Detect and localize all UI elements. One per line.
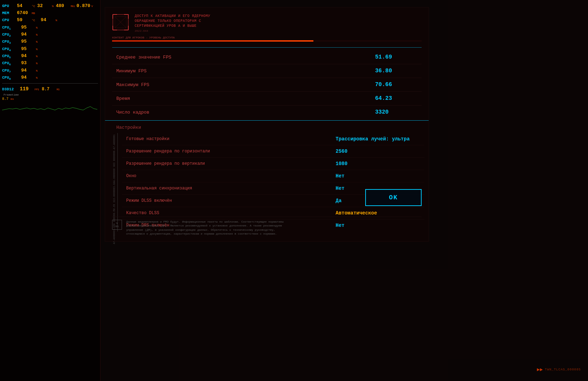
stat-row-min-fps: Минимум FPS 36.80	[112, 64, 422, 78]
setting-value-preset: Трассировка лучей: ультра	[336, 136, 420, 142]
gpu-temp-value: 54	[17, 3, 32, 9]
cpu7-label: CPU7	[2, 68, 17, 74]
header-icon	[112, 14, 129, 31]
setting-label-dlss-quality: Качество DLSS	[126, 211, 336, 216]
stat-row-avg-fps: Среднее значение FPS 51.69	[112, 50, 422, 64]
setting-value-window: Нет	[336, 173, 420, 179]
watermark: ►► TWN_TLCAS_000085	[537, 367, 581, 373]
setting-value-dlss-quality: Автоматическое	[336, 210, 420, 216]
hw-monitor-sidebar: GPU 54 °C 32 % 480 MHz 0.870 V MEM 6740 …	[0, 0, 100, 381]
progress-bar-bg	[112, 40, 422, 42]
top-divider	[112, 47, 422, 48]
setting-label-res-v: Разрешение рендера по вертикали	[126, 161, 336, 166]
setting-label-vsync: Вертикальная синхронизация	[126, 186, 336, 191]
cpu6-row: CPU6 93 %	[2, 60, 98, 66]
dialog-container: ДОСТУП К АКТИВАЦИИ И ЕГО ЯДЕРНОМУ ОБРАЩЕ…	[105, 7, 429, 242]
frametime-label: Frametime	[4, 93, 98, 96]
cpu1-row: CPU1 95 %	[2, 24, 98, 31]
stat-label-time: Время	[116, 96, 375, 101]
stat-label-frames: Число кадров	[116, 110, 375, 115]
footer-section: V85 Данные медиаплееров и РМЭ будут. Инф…	[112, 217, 422, 236]
cpu2-value: 94	[21, 31, 36, 38]
stat-value-min-fps: 36.80	[375, 68, 417, 74]
dialog-header: ДОСТУП К АКТИВАЦИИ И ЕГО ЯДЕРНОМУ ОБРАЩЕ…	[105, 7, 429, 36]
stat-value-max-fps: 70.66	[375, 81, 417, 88]
setting-value-res-v: 1080	[336, 161, 420, 167]
gpu-volt-value: 0.870	[76, 3, 91, 9]
main-panel: ДОСТУП К АКТИВАЦИИ И ЕГО ЯДЕРНОМУ ОБРАЩЕ…	[100, 0, 588, 381]
setting-label-dlss-mode: Режим DLSS включён	[126, 198, 336, 203]
setting-row-window: Окно Нет	[122, 170, 424, 182]
cpu-label: CPU	[2, 18, 17, 23]
gpu-clock-value: 480	[56, 3, 71, 9]
frametime-unit: ms	[11, 97, 14, 101]
frametime-row: 8.7 ms	[2, 97, 98, 101]
d3d-label: D3D12	[2, 87, 20, 92]
cpu3-label: CPU3	[2, 39, 17, 45]
stat-row-max-fps: Максимум FPS 70.66	[112, 78, 422, 92]
frametime-value: 8.7	[2, 97, 8, 101]
watermark-arrow-icon: ►►	[537, 367, 543, 373]
stat-label-avg-fps: Среднее значение FPS	[116, 55, 375, 60]
settings-section-header: Настройки	[105, 120, 429, 133]
header-date: 2022-044	[135, 29, 422, 32]
setting-label-window: Окно	[126, 174, 336, 179]
gpu-row: GPU 54 °C 32 % 480 MHz 0.870 V	[2, 3, 98, 9]
cpu-load-value: 94	[41, 17, 56, 23]
cpu-temp-value: 59	[17, 17, 32, 23]
cpu6-value: 93	[21, 60, 36, 66]
cpu4-row: CPU4 95 %	[2, 46, 98, 52]
cpu6-label: CPU6	[2, 61, 17, 66]
cpu2-row: CPU2 94 %	[2, 31, 98, 38]
progress-container: КОНТЕНТ ДЛЯ ИГРОКОВ - УРОВЕНЬ ДОСТУПА	[105, 36, 429, 44]
header-title-line2: ОБРАЩЕНИЕ ТОЛЬКО ОПЕРАТОРАМ С	[135, 19, 422, 24]
setting-row-res-h: Разрешение рендера по горизонтали 2560	[122, 145, 424, 158]
stats-table: Среднее значение FPS 51.69 Минимум FPS 3…	[105, 50, 429, 119]
gpu-label: GPU	[2, 4, 17, 9]
setting-row-preset: Готовые настройки Трассировка лучей: уль…	[122, 133, 424, 145]
cpu7-row: CPU7 94 %	[2, 67, 98, 74]
setting-label-res-h: Разрешение рендера по горизонтали	[126, 149, 336, 154]
cpu-row: CPU 59 °C 94 %	[2, 17, 98, 23]
progress-bar-fill	[112, 40, 313, 42]
mem-unit: MB	[32, 11, 35, 15]
stat-value-frames: 3320	[375, 109, 417, 115]
d3d-ft-value: 8.7	[42, 86, 57, 92]
stat-row-time: Время 64.23	[112, 92, 422, 105]
gpu-clock-unit: MHz	[71, 5, 75, 8]
wavy-graph	[2, 104, 97, 112]
gpu-temp-unit: °C	[32, 4, 35, 8]
cpu8-label: CPU8	[2, 75, 17, 81]
header-title-line3: СЕРТИФИКАЦИЕЙ УРОВ А И ВЫШЕ	[135, 24, 422, 29]
stat-value-time: 64.23	[375, 95, 417, 102]
gpu-load-value: 32	[37, 3, 52, 9]
ok-button[interactable]: OK	[365, 189, 422, 206]
footer-version-icon: V85	[112, 220, 122, 230]
cpu3-row: CPU3 95 %	[2, 38, 98, 45]
setting-value-res-h: 2560	[336, 149, 420, 154]
footer-icon-text: V85	[115, 222, 119, 228]
d3d-fps-unit: FPS	[35, 88, 39, 92]
d3d-fps-value: 119	[20, 86, 35, 93]
cpu8-row: CPU8 94 %	[2, 74, 98, 81]
cpu8-value: 94	[21, 74, 36, 81]
gpu-volt-unit: V	[91, 4, 93, 8]
cpu5-label: CPU5	[2, 54, 17, 59]
cpu1-value: 95	[21, 24, 36, 31]
watermark-text: TWN_TLCAS_000085	[545, 368, 581, 371]
mem-label: MEM	[2, 11, 17, 16]
warning-icon	[112, 14, 129, 31]
settings-title: Настройки	[116, 125, 141, 130]
setting-row-res-v: Разрешение рендера по вертикали 1080	[122, 158, 424, 170]
stat-label-min-fps: Минимум FPS	[116, 68, 375, 74]
cpu-temp-unit: °C	[32, 18, 35, 22]
cpu-load-unit: %	[56, 18, 57, 22]
stat-label-max-fps: Максимум FPS	[116, 82, 375, 87]
progress-label: КОНТЕНТ ДЛЯ ИГРОКОВ - УРОВЕНЬ ДОСТУПА	[112, 36, 422, 39]
cpu1-label: CPU1	[2, 25, 17, 31]
header-text-block: ДОСТУП К АКТИВАЦИИ И ЕГО ЯДЕРНОМУ ОБРАЩЕ…	[135, 14, 422, 32]
cpu5-row: CPU5 94 %	[2, 53, 98, 59]
gpu-load-unit: %	[52, 4, 54, 8]
cpu4-label: CPU4	[2, 47, 17, 52]
cpu5-value: 94	[21, 53, 36, 59]
